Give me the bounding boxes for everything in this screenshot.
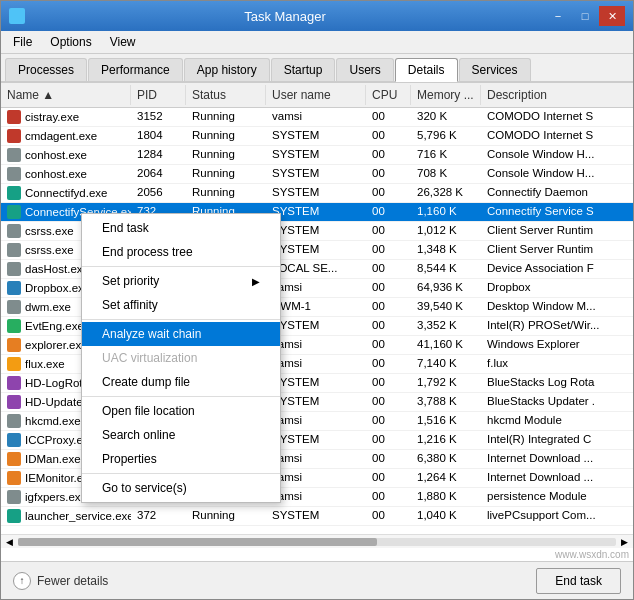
menu-options[interactable]: Options [42,33,99,51]
col-pid[interactable]: PID [131,85,186,105]
ctx-set-affinity[interactable]: Set affinity [82,293,280,317]
table-row[interactable]: conhost.exe 2064 Running SYSTEM 00 708 K… [1,165,633,184]
scroll-left-btn[interactable]: ◀ [3,537,16,547]
ctx-properties[interactable]: Properties [82,447,280,471]
cell-memory: 1,040 K [411,507,481,525]
process-name: conhost.exe [25,168,87,180]
horizontal-scrollbar[interactable]: ◀ ▶ [1,534,633,548]
table-row[interactable]: cmdagent.exe 1804 Running SYSTEM 00 5,79… [1,127,633,146]
process-icon [7,148,21,162]
col-name[interactable]: Name ▲ [1,85,131,105]
process-icon [7,167,21,181]
tab-services[interactable]: Services [459,58,531,81]
table-row[interactable]: conhost.exe 1284 Running SYSTEM 00 716 K… [1,146,633,165]
ctx-search-online[interactable]: Search online [82,423,280,447]
app-icon [9,8,25,24]
process-name: flux.exe [25,358,65,370]
cell-pid: 1284 [131,146,186,164]
process-icon [7,205,21,219]
tab-processes[interactable]: Processes [5,58,87,81]
cell-user: vamsi [266,108,366,126]
process-icon [7,300,21,314]
process-name: dasHost.exe [25,263,89,275]
cell-memory: 1,160 K [411,203,481,221]
fewer-details-button[interactable]: ↑ Fewer details [13,572,108,590]
tab-performance[interactable]: Performance [88,58,183,81]
maximize-button[interactable]: □ [572,6,598,26]
process-icon [7,490,21,504]
process-name: csrss.exe [25,225,74,237]
cell-name: cmdagent.exe [1,127,131,145]
cell-user: vamsi [266,412,366,430]
col-user[interactable]: User name [266,85,366,105]
process-icon [7,509,21,523]
tab-bar: Processes Performance App history Startu… [1,54,633,83]
process-icon [7,110,21,124]
cell-name: conhost.exe [1,146,131,164]
scroll-right-btn[interactable]: ▶ [618,537,631,547]
menu-view[interactable]: View [102,33,144,51]
menu-file[interactable]: File [5,33,40,51]
col-desc[interactable]: Description [481,85,633,105]
cell-desc: persistence Module [481,488,633,506]
ctx-sep-4 [82,473,280,474]
process-name: conhost.exe [25,149,87,161]
ctx-go-to-service[interactable]: Go to service(s) [82,476,280,500]
task-manager-window: Task Manager − □ ✕ File Options View Pro… [0,0,634,600]
process-name: explorer.exe [25,339,88,351]
ctx-set-priority[interactable]: Set priority ▶ [82,269,280,293]
cell-cpu: 00 [366,431,411,449]
table-row[interactable]: Connectifyd.exe 2056 Running SYSTEM 00 2… [1,184,633,203]
process-name: igfxpers.exe [25,491,87,503]
ctx-end-process-tree[interactable]: End process tree [82,240,280,264]
cell-status: Running [186,127,266,145]
process-name: hkcmd.exe [25,415,81,427]
table-row[interactable]: launcher_service.exe 372 Running SYSTEM … [1,507,633,526]
table-row[interactable]: cistray.exe 3152 Running vamsi 00 320 K … [1,108,633,127]
ctx-set-priority-label: Set priority [102,274,159,288]
cell-pid: 2056 [131,184,186,202]
ctx-analyze-wait-chain[interactable]: Analyze wait chain [82,322,280,346]
cell-status: Running [186,507,266,525]
cell-cpu: 00 [366,336,411,354]
ctx-arrow-priority: ▶ [252,276,260,287]
cell-cpu: 00 [366,488,411,506]
cell-memory: 1,792 K [411,374,481,392]
cell-cpu: 00 [366,279,411,297]
close-button[interactable]: ✕ [599,6,625,26]
table-header: Name ▲ PID Status User name CPU Memory .… [1,83,633,108]
col-status[interactable]: Status [186,85,266,105]
tab-startup[interactable]: Startup [271,58,336,81]
cell-user: SYSTEM [266,222,366,240]
process-icon [7,338,21,352]
process-icon [7,186,21,200]
cell-desc: Windows Explorer [481,336,633,354]
col-cpu[interactable]: CPU [366,85,411,105]
cell-cpu: 00 [366,298,411,316]
ctx-sep-3 [82,396,280,397]
cell-cpu: 00 [366,241,411,259]
cell-memory: 320 K [411,108,481,126]
cell-desc: BlueStacks Updater . [481,393,633,411]
cell-user: SYSTEM [266,184,366,202]
tab-details[interactable]: Details [395,58,458,82]
end-task-button[interactable]: End task [536,568,621,594]
cell-user: DWM-1 [266,298,366,316]
cell-status: Running [186,108,266,126]
cell-cpu: 00 [366,146,411,164]
cell-desc: Internet Download ... [481,450,633,468]
process-icon [7,395,21,409]
cell-desc: Connectify Service S [481,203,633,221]
ctx-open-file-location[interactable]: Open file location [82,399,280,423]
cell-user: LOCAL SE... [266,260,366,278]
cell-desc: Intel(R) PROSet/Wir... [481,317,633,335]
tab-users[interactable]: Users [336,58,393,81]
cell-memory: 6,380 K [411,450,481,468]
process-icon [7,357,21,371]
cell-status: Running [186,184,266,202]
ctx-end-task[interactable]: End task [82,216,280,240]
col-memory[interactable]: Memory ... [411,85,481,105]
tab-app-history[interactable]: App history [184,58,270,81]
minimize-button[interactable]: − [545,6,571,26]
ctx-create-dump[interactable]: Create dump file [82,370,280,394]
